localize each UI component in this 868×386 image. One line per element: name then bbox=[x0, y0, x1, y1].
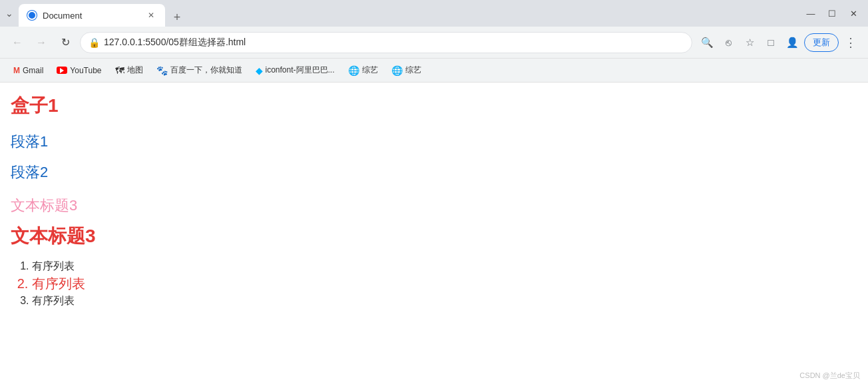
active-tab[interactable]: Document ✕ bbox=[19, 4, 165, 27]
extension-button[interactable]: □ bbox=[761, 33, 780, 52]
bookmark-youtube-label: YouTube bbox=[70, 66, 101, 75]
gmail-icon: M bbox=[13, 66, 20, 75]
heading3-bold: 文本标题3 bbox=[11, 224, 857, 249]
bookmarks-bar: M Gmail YouTube 🗺 地图 🐾 百度一下，你就知道 ◆ iconf… bbox=[0, 59, 868, 83]
bookmark-maps-label: 地图 bbox=[127, 65, 143, 76]
list-item-3: 有序列表 bbox=[32, 294, 857, 308]
globe1-icon: 🌐 bbox=[348, 65, 359, 76]
box1-title: 盒子1 bbox=[11, 93, 857, 118]
forward-button[interactable]: → bbox=[32, 33, 51, 52]
bookmark-baidu-label: 百度一下，你就知道 bbox=[170, 65, 242, 76]
refresh-button[interactable]: ↻ bbox=[56, 33, 75, 52]
bookmark-iconfont[interactable]: ◆ iconfont-阿里巴巴... bbox=[250, 62, 340, 79]
minimize-button[interactable]: — bbox=[801, 4, 820, 23]
tab-close-button[interactable]: ✕ bbox=[145, 9, 157, 21]
bookmark-iconfont-label: iconfont-阿里巴巴... bbox=[266, 65, 335, 76]
window-controls: — ☐ ✕ bbox=[801, 4, 863, 23]
globe2-icon: 🌐 bbox=[391, 65, 403, 76]
maps-icon: 🗺 bbox=[115, 65, 124, 76]
browser-menu-button[interactable]: ⋮ bbox=[841, 33, 860, 52]
share-button[interactable]: ⎋ bbox=[719, 33, 738, 52]
heading3-light: 文本标题3 bbox=[11, 196, 857, 216]
bookmark-zongyi2[interactable]: 🌐 综艺 bbox=[386, 62, 427, 79]
address-bar: ← → ↻ 🔒 127.0.0.1:5500/05群组选择器.html 🔍 ⎋ … bbox=[0, 27, 868, 59]
bookmark-youtube[interactable]: YouTube bbox=[51, 63, 107, 78]
url-text: 127.0.0.1:5500/05群组选择器.html bbox=[104, 37, 246, 49]
back-button[interactable]: ← bbox=[8, 33, 27, 52]
bookmark-zongyi1-label: 综艺 bbox=[362, 65, 378, 76]
bookmark-gmail-label: Gmail bbox=[23, 66, 43, 75]
watermark: CSDN @兰de宝贝 bbox=[799, 371, 860, 381]
lock-icon: 🔒 bbox=[89, 37, 100, 48]
update-button[interactable]: 更新 bbox=[804, 33, 839, 52]
page-content: 盒子1 段落1 段落2 文本标题3 文本标题3 有序列表 有序列表 有序列表 bbox=[0, 83, 868, 349]
address-actions: 🔍 ⎋ ☆ □ 👤 更新 ⋮ bbox=[698, 33, 860, 52]
list-item-1: 有序列表 bbox=[32, 260, 857, 274]
bookmark-zongyi2-label: 综艺 bbox=[405, 65, 421, 76]
tab-favicon bbox=[27, 10, 37, 21]
tab-bar: Document ✕ + bbox=[19, 0, 799, 27]
list-item-2: 有序列表 bbox=[32, 275, 857, 293]
maximize-button[interactable]: ☐ bbox=[823, 4, 841, 23]
paragraph1: 段落1 bbox=[11, 132, 857, 152]
browser-window: ⌄ Document ✕ + — ☐ ✕ ← → ↻ 🔒 127.0.0.1:5… bbox=[0, 0, 868, 386]
chevron-down-icon[interactable]: ⌄ bbox=[5, 8, 13, 19]
bookmark-baidu[interactable]: 🐾 百度一下，你就知道 bbox=[151, 62, 248, 79]
new-tab-button[interactable]: + bbox=[168, 8, 186, 27]
tab-title: Document bbox=[43, 11, 82, 21]
bookmark-button[interactable]: ☆ bbox=[740, 33, 759, 52]
iconfont-icon: ◆ bbox=[256, 65, 263, 76]
bookmark-maps[interactable]: 🗺 地图 bbox=[110, 62, 148, 79]
bookmark-gmail[interactable]: M Gmail bbox=[8, 63, 49, 78]
bookmark-zongyi1[interactable]: 🌐 综艺 bbox=[343, 62, 383, 79]
url-bar[interactable]: 🔒 127.0.0.1:5500/05群组选择器.html bbox=[80, 32, 692, 53]
youtube-icon bbox=[57, 67, 67, 74]
ordered-list: 有序列表 有序列表 有序列表 bbox=[32, 260, 857, 308]
paragraph2: 段落2 bbox=[11, 162, 857, 182]
search-button[interactable]: 🔍 bbox=[698, 33, 716, 52]
close-button[interactable]: ✕ bbox=[844, 4, 863, 23]
profile-button[interactable]: 👤 bbox=[783, 33, 801, 52]
baidu-icon: 🐾 bbox=[156, 65, 168, 76]
title-bar: ⌄ Document ✕ + — ☐ ✕ bbox=[0, 0, 868, 27]
